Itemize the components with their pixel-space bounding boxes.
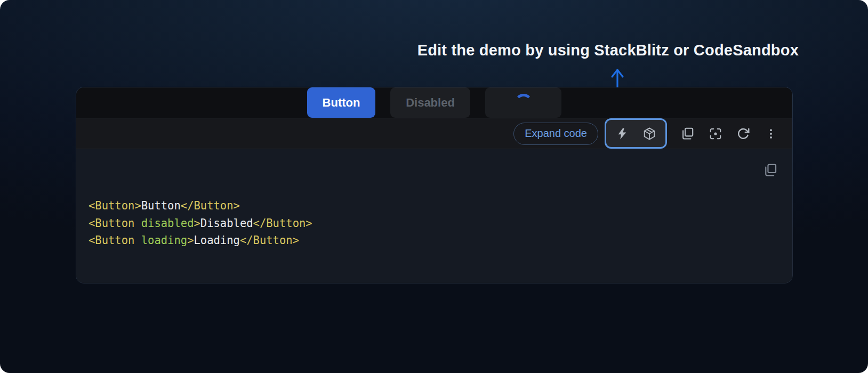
refresh-icon: [736, 127, 750, 141]
copy-code-button[interactable]: [681, 127, 695, 141]
code-copy-button[interactable]: [766, 163, 781, 177]
annotation-heading: Edit the demo by using StackBlitz or Cod…: [417, 42, 799, 59]
copy-icon: [763, 147, 783, 193]
scan-icon: [709, 127, 722, 141]
demo-card: Button Disabled Expand code: [76, 87, 793, 283]
app-background: Edit the demo by using StackBlitz or Cod…: [0, 0, 868, 373]
codesandbox-icon: [642, 127, 656, 141]
expand-code-button[interactable]: Expand code: [513, 123, 598, 145]
code-line: <Button loading>Loading</Button>: [89, 232, 755, 249]
online-editors-highlight-group: [605, 118, 667, 149]
thunderbolt-icon: [616, 127, 629, 140]
disabled-button[interactable]: Disabled: [390, 87, 470, 118]
demo-toolbar: Expand code: [76, 118, 792, 149]
stackblitz-button[interactable]: [615, 127, 629, 141]
codesandbox-button[interactable]: [642, 127, 656, 141]
code-lines: <Button>Button</Button><Button disabled>…: [89, 197, 755, 249]
loading-button[interactable]: [485, 87, 561, 118]
loading-spinner-icon: [515, 94, 533, 112]
code-line: <Button>Button</Button>: [89, 197, 755, 215]
scan-button[interactable]: [709, 127, 722, 141]
more-button[interactable]: [764, 127, 778, 141]
primary-button[interactable]: Button: [307, 87, 375, 118]
copy-icon: [681, 127, 695, 141]
demo-preview: Button Disabled: [76, 87, 792, 118]
code-line: <Button disabled>Disabled</Button>: [89, 215, 755, 232]
refresh-button[interactable]: [736, 127, 750, 141]
code-block: <Button>Button</Button><Button disabled>…: [76, 149, 792, 283]
more-icon: [765, 127, 777, 141]
